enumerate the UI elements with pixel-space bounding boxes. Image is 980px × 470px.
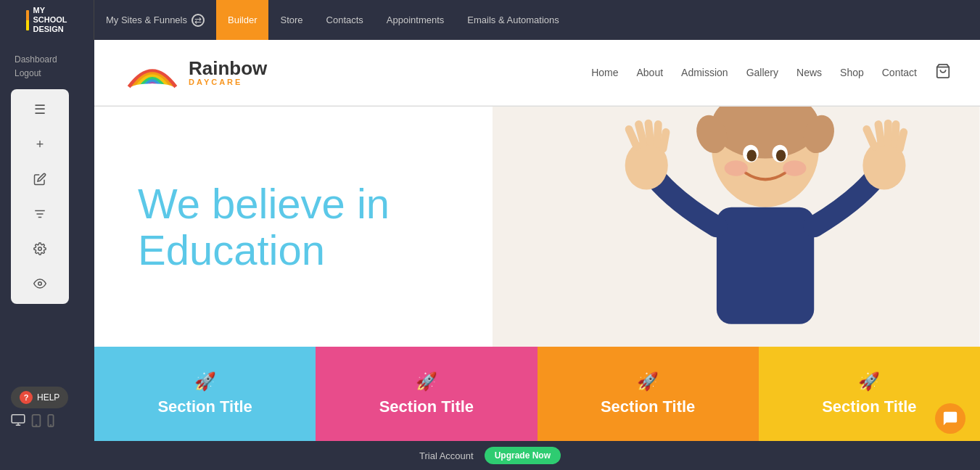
- nav-emails[interactable]: Emails & Automations: [456, 0, 570, 40]
- eye-icon[interactable]: [27, 271, 53, 297]
- svg-point-9: [36, 425, 37, 426]
- cart-icon[interactable]: [935, 63, 951, 83]
- tile-3[interactable]: 🚀 Section Title: [538, 347, 759, 441]
- svg-point-25: [783, 160, 807, 176]
- site-nav-home[interactable]: Home: [591, 67, 618, 78]
- nav-contacts-label: Contacts: [326, 15, 363, 25]
- main-area: Dashboard Logout ☰ +: [0, 40, 980, 441]
- help-circle-icon: ?: [20, 391, 33, 404]
- app-logo: MY SCHOOL DESIGN: [0, 0, 94, 40]
- tile-4-icon: 🚀: [858, 371, 880, 392]
- nav-items-list: My Sites & Funnels ⇄ Builder Store Conta…: [94, 0, 980, 40]
- tile-1[interactable]: 🚀 Section Title: [94, 347, 316, 441]
- tile-1-title: Section Title: [157, 397, 252, 416]
- tile-2-title: Section Title: [379, 397, 474, 416]
- trial-text: Trial Account: [419, 450, 474, 461]
- left-sidebar: Dashboard Logout ☰ +: [0, 40, 94, 441]
- hero-headline: We believe in Education: [138, 181, 390, 273]
- nav-contacts[interactable]: Contacts: [315, 0, 375, 40]
- chat-icon: [942, 411, 958, 426]
- svg-line-37: [900, 132, 904, 149]
- logo-line3: DESIGN: [33, 25, 67, 34]
- svg-line-31: [663, 132, 666, 149]
- logout-link[interactable]: Logout: [15, 68, 57, 78]
- tile-1-icon: 🚀: [194, 371, 216, 392]
- sidebar-links: Dashboard Logout: [0, 47, 72, 89]
- add-icon[interactable]: +: [27, 131, 53, 157]
- svg-line-36: [895, 124, 896, 144]
- svg-line-29: [648, 123, 651, 142]
- site-nav-admission[interactable]: Admission: [681, 67, 728, 78]
- edit-icon[interactable]: [27, 166, 53, 192]
- site-navigation: Home About Admission Gallery News Shop C…: [591, 63, 951, 83]
- site-logo-sub: DAYCARE: [189, 78, 267, 86]
- top-navigation: MY SCHOOL DESIGN My Sites & Funnels ⇄ Bu…: [0, 0, 980, 40]
- filter-icon[interactable]: [27, 201, 53, 227]
- hero-section: We believe in Education: [94, 107, 980, 347]
- tablet-icon[interactable]: [31, 414, 41, 430]
- dashboard-link[interactable]: Dashboard: [15, 54, 57, 65]
- svg-point-22: [747, 149, 757, 161]
- nav-emails-label: Emails & Automations: [467, 15, 559, 25]
- nav-store[interactable]: Store: [268, 0, 314, 40]
- preview-area: Rainbow DAYCARE Home About Admission Gal…: [94, 40, 980, 441]
- nav-appointments[interactable]: Appointments: [375, 0, 456, 40]
- svg-point-11: [51, 425, 52, 426]
- svg-point-24: [725, 160, 748, 176]
- nav-builder-label: Builder: [228, 15, 257, 25]
- hamburger-icon[interactable]: ☰: [27, 96, 53, 123]
- tile-2-icon: 🚀: [416, 371, 437, 392]
- site-logo-text: Rainbow DAYCARE: [189, 59, 267, 86]
- svg-point-4: [38, 282, 42, 286]
- settings-icon[interactable]: [27, 236, 53, 262]
- hero-text-block: We believe in Education: [94, 107, 582, 347]
- site-nav-about[interactable]: About: [636, 67, 663, 78]
- nav-store-label: Store: [280, 15, 302, 25]
- nav-my-sites[interactable]: My Sites & Funnels ⇄: [94, 0, 216, 40]
- section-tiles: 🚀 Section Title 🚀 Section Title 🚀 Sectio…: [94, 347, 980, 441]
- logo-line2: SCHOOL: [33, 15, 67, 25]
- logo-line1: MY: [33, 6, 67, 15]
- site-nav-gallery[interactable]: Gallery: [746, 67, 778, 78]
- chat-bubble-button[interactable]: [935, 403, 965, 434]
- upgrade-button[interactable]: Upgrade Now: [485, 447, 561, 464]
- site-logo-name: Rainbow: [189, 59, 267, 78]
- svg-line-34: [878, 124, 881, 143]
- nav-builder[interactable]: Builder: [216, 0, 268, 40]
- svg-point-3: [38, 247, 42, 251]
- hero-line1: We believe in: [138, 181, 390, 227]
- tile-3-title: Section Title: [601, 397, 695, 416]
- tile-2[interactable]: 🚀 Section Title: [316, 347, 537, 441]
- tile-4-title: Section Title: [822, 397, 916, 416]
- nav-my-sites-label: My Sites & Funnels: [106, 15, 187, 25]
- logo-bar: [26, 10, 29, 30]
- help-button[interactable]: ? HELP: [11, 387, 68, 408]
- desktop-icon[interactable]: [11, 414, 25, 430]
- site-logo: Rainbow DAYCARE: [123, 51, 267, 94]
- site-nav-shop[interactable]: Shop: [840, 67, 864, 78]
- site-nav-contact[interactable]: Contact: [882, 67, 917, 78]
- svg-rect-19: [717, 207, 814, 324]
- site-header: Rainbow DAYCARE Home About Admission Gal…: [94, 40, 980, 106]
- hero-line2: Education: [138, 227, 390, 273]
- site-nav-news[interactable]: News: [796, 67, 822, 78]
- bottom-bar: Trial Account Upgrade Now: [0, 441, 980, 470]
- help-label: HELP: [37, 392, 59, 403]
- svg-rect-5: [12, 415, 25, 423]
- switch-icon: ⇄: [192, 14, 205, 27]
- svg-line-28: [639, 124, 644, 143]
- svg-point-12: [131, 83, 175, 93]
- tile-3-icon: 🚀: [637, 371, 659, 392]
- nav-appointments-label: Appointments: [387, 15, 445, 25]
- svg-line-30: [657, 124, 658, 144]
- sidebar-tools-panel: ☰ +: [11, 89, 69, 304]
- rainbow-logo-svg: [123, 51, 181, 94]
- mobile-icon[interactable]: [47, 414, 54, 430]
- device-switcher: [0, 414, 65, 430]
- svg-point-23: [776, 149, 786, 161]
